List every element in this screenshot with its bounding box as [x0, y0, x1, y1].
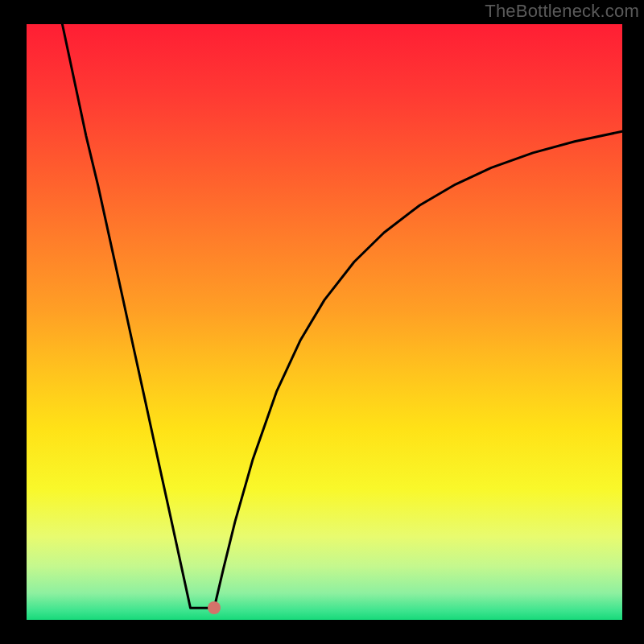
chart-frame: TheBottleneck.com: [0, 0, 644, 644]
plot-area: [27, 24, 622, 620]
optimal-point-marker: [208, 601, 221, 614]
bottleneck-curve: [27, 24, 622, 620]
watermark-text: TheBottleneck.com: [485, 1, 639, 22]
